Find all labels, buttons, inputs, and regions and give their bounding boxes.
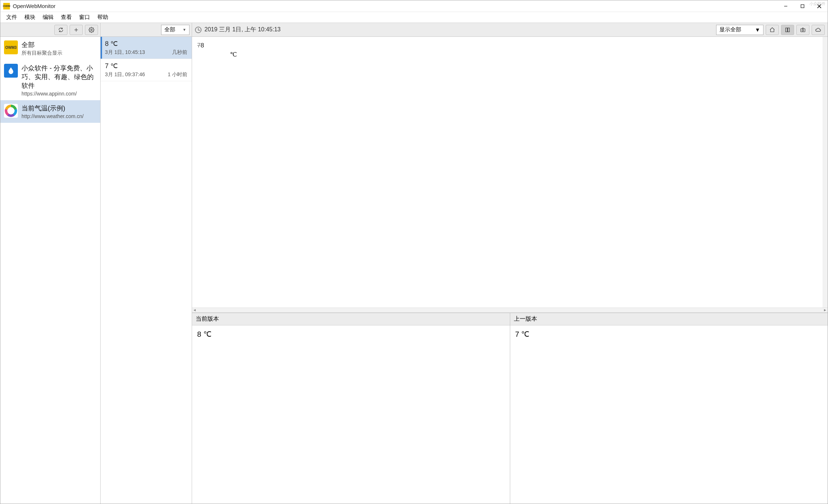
- diff-new-value: 8: [200, 42, 204, 49]
- svg-rect-7: [801, 28, 805, 32]
- event-item[interactable]: 7 ℃ 3月 1日, 09:37:46 1 小时前: [101, 59, 192, 81]
- window-controls: [777, 0, 828, 12]
- app-icon: OWM: [3, 3, 10, 9]
- previous-version-pane: 上一版本 7 ℃: [510, 313, 828, 504]
- toolbar-right-tools: 显示全部 ▼: [716, 25, 825, 35]
- event-relative: 1 小时前: [168, 71, 187, 78]
- sidebar-item-all[interactable]: OWM3 全部 所有目标聚合显示: [0, 37, 100, 60]
- close-button[interactable]: [811, 0, 828, 12]
- filter-select[interactable]: 全部 ▼: [161, 25, 190, 35]
- previous-version-header: 上一版本: [510, 313, 828, 325]
- vertical-scrollbar[interactable]: [823, 37, 828, 308]
- app-title: OpenWebMonitor: [13, 3, 55, 9]
- event-time: 3月 1日, 09:37:46: [105, 71, 145, 78]
- display-mode-label: 显示全部: [719, 26, 741, 33]
- minimize-button[interactable]: [777, 0, 794, 12]
- home-button[interactable]: [766, 25, 779, 35]
- sidebar-item-subtitle: https://www.appinn.com/: [22, 91, 97, 97]
- content-pane: 78 ℃ ◄ ► 当前版本 8 ℃ 上一版本 7 ℃: [192, 37, 828, 504]
- events-list: 8 ℃ 3月 1日, 10:45:13 几秒前 7 ℃ 3月 1日, 09:37…: [101, 37, 192, 504]
- diff-unit: ℃: [230, 51, 823, 58]
- chevron-down-icon: ▼: [755, 27, 760, 33]
- refresh-button[interactable]: [54, 25, 67, 35]
- compare-panes: 当前版本 8 ℃ 上一版本 7 ℃: [192, 313, 828, 504]
- chevron-down-icon: ▼: [183, 28, 186, 32]
- menubar: 文件 模块 编辑 查看 窗口 帮助: [0, 12, 828, 23]
- all-targets-icon: OWM3: [4, 40, 18, 54]
- filter-select-label: 全部: [164, 26, 175, 33]
- current-version-header: 当前版本: [192, 313, 510, 325]
- timestamp-display: 2019 三月 1日, 上午 10:45:13: [195, 26, 281, 34]
- current-version-value: 8 ℃: [192, 325, 510, 504]
- menu-view[interactable]: 查看: [57, 12, 75, 22]
- settings-button[interactable]: [85, 25, 98, 35]
- menu-help[interactable]: 帮助: [94, 12, 112, 22]
- sidebar-item-subtitle: 所有目标聚合显示: [22, 50, 97, 56]
- sidebar-item-appinn[interactable]: 小众软件 - 分享免费、小巧、实用、有趣、绿色的软件 https://www.a…: [0, 60, 100, 100]
- svg-rect-1: [801, 4, 804, 8]
- main-body: OWM3 全部 所有目标聚合显示 小众软件 - 分享免费、小巧、实用、有趣、绿色…: [0, 37, 828, 504]
- menu-file[interactable]: 文件: [3, 12, 21, 22]
- maximize-button[interactable]: [794, 0, 811, 12]
- event-item[interactable]: 8 ℃ 3月 1日, 10:45:13 几秒前: [101, 37, 192, 59]
- reader-view-button[interactable]: [781, 25, 794, 35]
- timestamp-text: 2019 三月 1日, 上午 10:45:13: [204, 26, 281, 34]
- titlebar: OWM OpenWebMonitor 小众软件: [0, 0, 828, 12]
- toolbar-right: 2019 三月 1日, 上午 10:45:13 显示全部 ▼: [192, 23, 828, 36]
- scroll-left-icon[interactable]: ◄: [193, 308, 196, 312]
- menu-module[interactable]: 模块: [21, 12, 39, 22]
- app-window: OWM OpenWebMonitor 小众软件 文件 模块 编辑 查看 窗口 帮…: [0, 0, 828, 504]
- add-button[interactable]: [70, 25, 83, 35]
- menu-edit[interactable]: 编辑: [39, 12, 57, 22]
- toolbar-middle: 全部 ▼: [101, 23, 192, 36]
- toolbar-left: [0, 23, 101, 36]
- clock-icon: [195, 27, 202, 33]
- svg-point-6: [91, 29, 92, 31]
- weather-site-icon: [4, 104, 18, 118]
- diff-view: 78 ℃: [192, 37, 828, 308]
- sidebar-item-title: 当前气温(示例): [22, 104, 97, 113]
- current-version-pane: 当前版本 8 ℃: [192, 313, 510, 504]
- horizontal-scrollbar[interactable]: ◄ ►: [192, 308, 828, 313]
- event-relative: 几秒前: [172, 49, 187, 56]
- droplet-icon: [4, 64, 18, 78]
- menu-window[interactable]: 窗口: [75, 12, 94, 22]
- sidebar-item-subtitle: http://www.weather.com.cn/: [22, 113, 97, 119]
- sidebar-item-weather[interactable]: 当前气温(示例) http://www.weather.com.cn/: [0, 100, 100, 123]
- display-mode-select[interactable]: 显示全部 ▼: [716, 25, 763, 35]
- scroll-right-icon[interactable]: ►: [823, 308, 827, 312]
- sidebar-item-title: 小众软件 - 分享免费、小巧、实用、有趣、绿色的软件: [22, 64, 97, 90]
- svg-point-8: [802, 29, 804, 31]
- cloud-button[interactable]: [812, 25, 825, 35]
- event-title: 8 ℃: [105, 40, 187, 48]
- sidebar: OWM3 全部 所有目标聚合显示 小众软件 - 分享免费、小巧、实用、有趣、绿色…: [0, 37, 101, 504]
- event-title: 7 ℃: [105, 62, 187, 70]
- sidebar-item-title: 全部: [22, 40, 97, 49]
- event-time: 3月 1日, 10:45:13: [105, 49, 145, 56]
- previous-version-value: 7 ℃: [510, 325, 828, 504]
- toolbar: 全部 ▼ 2019 三月 1日, 上午 10:45:13 显示全部 ▼: [0, 23, 828, 37]
- screenshot-button[interactable]: [796, 25, 809, 35]
